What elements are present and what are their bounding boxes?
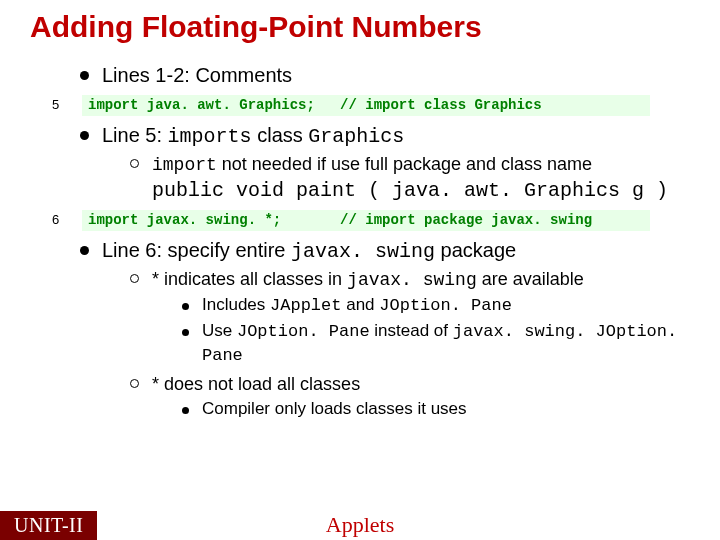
- text: not needed if use full package and class…: [217, 154, 592, 174]
- code-text: import java. awt. Graphics; // import cl…: [82, 95, 650, 116]
- code-word: imports: [168, 125, 252, 148]
- sub-sub-list: Compiler only loads classes it uses: [182, 398, 700, 421]
- bullet-line-5: Line 5: imports class Graphics import no…: [80, 122, 700, 204]
- footer-center: Applets: [0, 512, 720, 538]
- footer-unit: UNIT-II: [0, 511, 97, 540]
- text: Use: [202, 321, 237, 340]
- text: package: [435, 239, 516, 261]
- text: Compiler only loads classes it uses: [202, 399, 467, 418]
- bullet-list: Lines 1-2: Comments: [80, 62, 700, 89]
- sub-list: * indicates all classes in javax. swing …: [130, 267, 700, 421]
- code-line-6: 6 import javax. swing. *; // import pack…: [50, 210, 650, 231]
- code-line-5: 5 import java. awt. Graphics; // import …: [50, 95, 650, 116]
- bullet-list: Line 5: imports class Graphics import no…: [80, 122, 700, 204]
- sub-list: import not needed if use full package an…: [130, 152, 700, 204]
- slide: Adding Floating-Point Numbers Lines 1-2:…: [0, 0, 720, 540]
- bullet-lines-1-2: Lines 1-2: Comments: [80, 62, 700, 89]
- sub-bullet-import-not-needed: import not needed if use full package an…: [130, 152, 700, 204]
- text: instead of: [370, 321, 453, 340]
- code-word: javax. swing: [291, 240, 435, 263]
- text: Lines 1-2: Comments: [102, 64, 292, 86]
- line-number: 6: [50, 210, 82, 231]
- sub-sub-bullet-includes: Includes JApplet and JOption. Pane: [182, 294, 700, 318]
- sub-sub-bullet-compiler: Compiler only loads classes it uses: [182, 398, 700, 421]
- code-word: javax. swing: [347, 270, 477, 290]
- text: Includes: [202, 295, 270, 314]
- text: are available: [477, 269, 584, 289]
- sub-bullet-star-classes: * indicates all classes in javax. swing …: [130, 267, 700, 368]
- bullet-line-6: Line 6: specify entire javax. swing pack…: [80, 237, 700, 421]
- sub-sub-list: Includes JApplet and JOption. Pane Use J…: [182, 294, 700, 368]
- line-number: 5: [50, 95, 82, 116]
- code-word: Graphics: [308, 125, 404, 148]
- code-word: JApplet: [270, 296, 341, 315]
- code-text: import javax. swing. *; // import packag…: [82, 210, 650, 231]
- bullet-list: Line 6: specify entire javax. swing pack…: [80, 237, 700, 421]
- code-word: JOption. Pane: [379, 296, 512, 315]
- text: and: [341, 295, 379, 314]
- text: class: [252, 124, 309, 146]
- text: * indicates all classes in: [152, 269, 347, 289]
- slide-title: Adding Floating-Point Numbers: [30, 10, 700, 44]
- code-word: JOption. Pane: [237, 322, 370, 341]
- code-line: public void paint ( java. awt. Graphics …: [152, 179, 668, 202]
- text: Line 6: specify entire: [102, 239, 291, 261]
- text: * does not load all classes: [152, 374, 360, 394]
- sub-bullet-star-not-load: * does not load all classes Compiler onl…: [130, 372, 700, 421]
- text: Line 5:: [102, 124, 168, 146]
- footer: Applets 51 UNIT-II: [0, 508, 720, 540]
- code-word: import: [152, 155, 217, 175]
- sub-sub-bullet-use-joptionpane: Use JOption. Pane instead of javax. swin…: [182, 320, 700, 368]
